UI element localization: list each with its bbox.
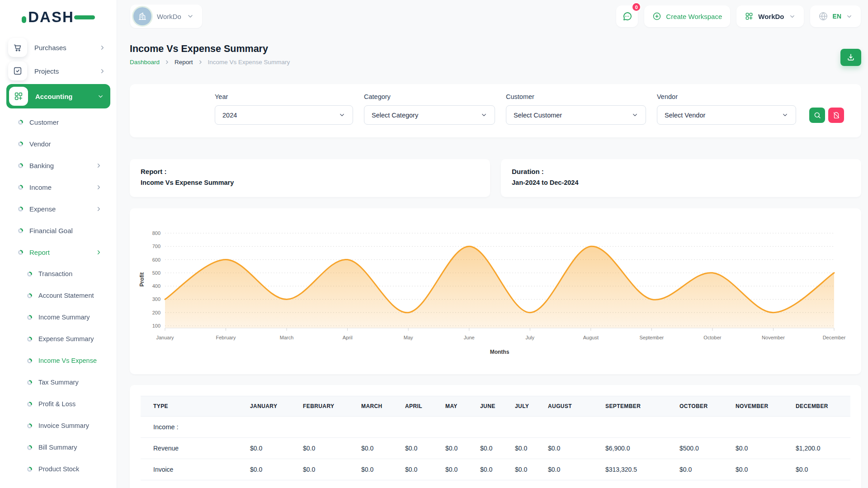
bullet-icon [27,315,32,320]
sidebar-item-label: Customer [29,118,110,126]
sidebar-item-expense[interactable]: Expense [6,198,110,220]
svg-text:January: January [156,335,174,340]
workspace-selector[interactable]: WorkDo [130,5,202,28]
sidebar-item-projects[interactable]: Projects [6,61,110,81]
sidebar-item-vendor[interactable]: Vendor [6,133,110,155]
sidebar-item-label: Product Stock [38,465,110,473]
chevron-down-icon [97,93,104,100]
app-logo[interactable]: DASH [0,0,117,34]
sidebar-item-profit-loss[interactable]: Profit & Loss [6,393,110,415]
sidebar-item-label: Projects [34,67,92,75]
bullet-icon [27,445,32,450]
sidebar-item-label: Vendor [29,140,110,148]
language-selector[interactable]: EN [810,5,861,27]
sidebar-item-customer[interactable]: Customer [6,111,110,133]
filter-card: Year2024CategorySelect CategoryCustomerS… [130,84,861,137]
bullet-icon [27,337,32,342]
sidebar-item-transaction[interactable]: Transaction [6,263,110,285]
svg-text:Months: Months [490,349,509,355]
sidebar-item-report[interactable]: Report [6,241,110,263]
sidebar-item-financial-goal[interactable]: Financial Goal [6,220,110,241]
sidebar-item-invoice-summary[interactable]: Invoice Summary [6,415,110,436]
filter-label: Customer [506,93,646,100]
column-header: NOVEMBER [728,396,788,417]
sidebar-item-label: Banking [29,162,89,169]
sidebar-item-expense-summary[interactable]: Expense Summary [6,328,110,350]
sidebar-item-banking[interactable]: Banking [6,155,110,176]
sidebar-item-label: Tax Summary [38,379,110,386]
row-value-cell: $6,900.0 [598,438,672,459]
column-header: TYPE [141,396,243,417]
logo-dot-icon [22,16,26,23]
sidebar-item-accounting[interactable]: Accounting [6,84,110,108]
search-icon [813,111,821,119]
app-menu-button[interactable]: WorkDo [736,5,803,27]
building-icon [137,11,147,21]
chevron-down-icon [632,112,638,118]
messages-button[interactable]: 0 [616,5,638,27]
select-value: Select Category [372,112,418,119]
sidebar: DASH PurchasesProjectsAccountingCustomer… [0,0,117,488]
row-value-cell: $0.0 [354,438,398,459]
row-value-cell: $0.0 [541,438,598,459]
row-value-cell: $0.0 [672,459,728,480]
sidebar-item-cash-flow[interactable]: Cash Flow [6,480,110,488]
table-section-row: Expense : [141,480,850,488]
row-value-cell: $0.0 [728,459,788,480]
category-select[interactable]: Select Category [364,105,495,125]
chevron-down-icon [789,13,796,20]
customer-select[interactable]: Select Customer [506,105,646,125]
breadcrumb: Dashboard Report Income Vs Expense Summa… [130,59,290,66]
header-actions: 0 Create Workspace WorkDo EN [616,5,861,27]
sidebar-item-product-stock[interactable]: Product Stock [6,458,110,480]
svg-text:500: 500 [152,270,160,276]
svg-text:April: April [343,335,353,340]
year-select[interactable]: 2024 [215,105,353,125]
app-menu-label: WorkDo [758,13,784,20]
row-value-cell: $0.0 [243,438,296,459]
column-header: MARCH [354,396,398,417]
reset-button[interactable] [828,108,844,123]
globe-icon [818,11,828,21]
sidebar-item-income[interactable]: Income [6,176,110,198]
select-value: 2024 [222,112,237,119]
table-body: Income :Revenue$0.0$0.0$0.0$0.0$0.0$0.0$… [141,417,850,488]
breadcrumb-report[interactable]: Report [175,59,193,66]
bullet-icon [18,228,23,233]
sidebar-item-tax-summary[interactable]: Tax Summary [6,371,110,393]
sidebar-item-bill-summary[interactable]: Bill Summary [6,436,110,458]
sidebar-item-label: Account Statement [38,292,110,299]
tasks-icon [8,61,27,80]
report-card-title: Report : [141,168,479,175]
report-card: Report : Income Vs Expense Summary [130,159,490,197]
sidebar-item-income-summary[interactable]: Income Summary [6,306,110,328]
row-value-cell: $0.0 [508,438,541,459]
breadcrumb-dashboard[interactable]: Dashboard [130,59,160,66]
breadcrumb-current: Income Vs Expense Summary [208,59,290,66]
search-button[interactable] [809,108,825,123]
sidebar-item-purchases[interactable]: Purchases [6,37,110,58]
sidebar-item-account-statement[interactable]: Account Statement [6,285,110,306]
sidebar-item-label: Bill Summary [38,444,110,451]
download-button[interactable] [840,49,861,66]
svg-text:December: December [823,335,846,340]
bullet-icon [18,163,23,168]
income-vs-expense-chart: 100200300400500600700800JanuaryFebruaryM… [137,217,854,360]
svg-text:100: 100 [152,323,160,328]
sidebar-item-income-vs-expense[interactable]: Income Vs Expense [6,350,110,371]
bullet-icon [18,185,23,190]
svg-text:September: September [639,335,664,340]
column-header: JULY [508,396,541,417]
svg-text:July: July [525,335,534,340]
filter-fields: Year2024CategorySelect CategoryCustomerS… [215,93,796,125]
chevron-right-icon [164,59,170,65]
filter-label: Vendor [657,93,796,100]
vendor-select[interactable]: Select Vendor [657,105,796,125]
chevron-down-icon [782,112,788,118]
duration-card-value: Jan-2024 to Dec-2024 [512,179,850,186]
create-workspace-button[interactable]: Create Workspace [644,5,730,27]
filter-category: CategorySelect Category [364,93,495,125]
sidebar-item-label: Income [29,183,89,191]
svg-text:200: 200 [152,310,160,315]
page-header: Income Vs Expense Summary Dashboard Repo… [130,43,861,66]
